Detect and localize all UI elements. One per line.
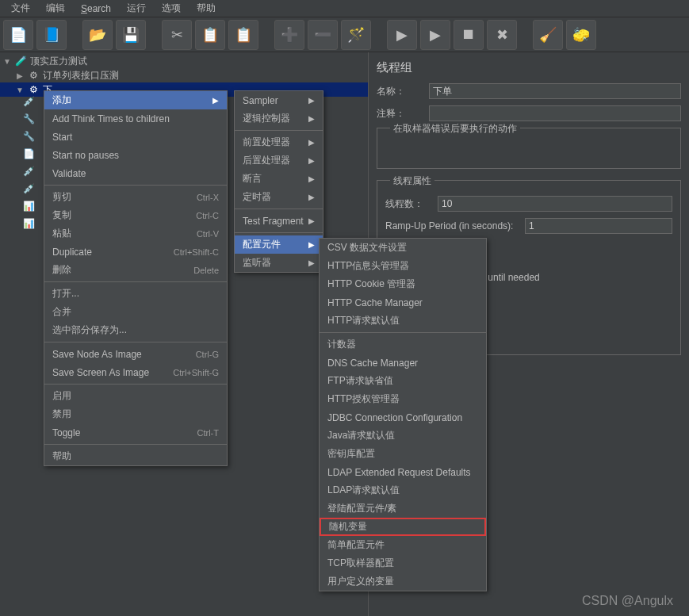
menuitem--[interactable]: 打开...	[44, 285, 227, 303]
run-remote-icon[interactable]: ▶	[420, 20, 450, 50]
save-icon[interactable]: 💾	[116, 20, 146, 50]
menuitem-save-screen-as-image[interactable]: Save Screen As ImageCtrl+Shift-G	[44, 363, 227, 381]
menuitem--[interactable]: 登陆配置元件/素	[320, 499, 486, 518]
main-area: ▼ 🧪 顶实压力测试 ▶ ⚙ 订单列表接口压测 ▼ ⚙ 下 💉 🔧 🔧 📄 💉 …	[0, 52, 689, 616]
menuitem-csv-[interactable]: CSV 数据文件设置	[320, 239, 486, 257]
menuitem-duplicate[interactable]: DuplicateCtrl+Shift-C	[44, 243, 227, 261]
menuitem-ldap-[interactable]: LDAP请求默认值	[320, 481, 486, 499]
menuitem-http-cookie-[interactable]: HTTP Cookie 管理器	[320, 275, 486, 293]
plus-icon[interactable]: ➕	[274, 20, 304, 50]
menuitem--[interactable]: 合并	[44, 303, 227, 321]
menuitem--[interactable]: 配置元件▶	[235, 235, 323, 254]
menuitem-ftp-[interactable]: FTP请求缺省值	[320, 372, 486, 390]
menuitem--[interactable]: 启用	[44, 387, 227, 405]
threads-input[interactable]	[438, 196, 672, 212]
menuitem--[interactable]: 前置处理器▶	[235, 133, 323, 151]
menuitem-http-[interactable]: HTTP请求默认值	[320, 312, 486, 330]
wand-icon[interactable]: 🪄	[341, 20, 371, 50]
menuitem-label: JDBC Connection Configuration	[327, 412, 462, 423]
clear-all-icon[interactable]: 🧽	[566, 20, 596, 50]
menuitem--[interactable]: 密钥库配置	[320, 445, 486, 463]
pipette-icon: 💉	[22, 95, 35, 108]
shortcut: Delete	[193, 266, 219, 275]
comment-input[interactable]	[429, 105, 681, 121]
chevron-right-icon: ▶	[308, 174, 315, 183]
menuitem--[interactable]: 粘贴Ctrl-V	[44, 224, 227, 243]
shutdown-icon[interactable]: ✖	[487, 20, 517, 50]
tree-thread-group-1[interactable]: ▶ ⚙ 订单列表接口压测	[0, 68, 368, 82]
menuitem-dns-cache-manager[interactable]: DNS Cache Manager	[320, 354, 486, 372]
menuitem--[interactable]: 选中部分保存为...	[44, 321, 227, 339]
menuitem-tcp-[interactable]: TCP取样器配置	[320, 554, 486, 572]
menuitem--[interactable]: 添加▶	[44, 91, 227, 109]
menuitem-ldap-extended-request-defaults[interactable]: LDAP Extended Request Defaults	[320, 463, 486, 481]
chevron-right-icon: ▶	[308, 114, 315, 123]
menuitem--[interactable]: 逻辑控制器▶	[235, 109, 323, 128]
menuitem-sampler[interactable]: Sampler▶	[235, 91, 323, 109]
threads-label: 线程数：	[385, 197, 433, 211]
menuitem--[interactable]: 剪切Ctrl-X	[44, 188, 227, 206]
menuitem-label: 监听器	[243, 256, 271, 270]
menu-文件[interactable]: 文件	[3, 0, 38, 17]
menuitem-add-think-times-to-children[interactable]: Add Think Times to children	[44, 109, 227, 128]
menuitem-label: LDAP Extended Request Defaults	[327, 467, 471, 478]
menu-帮助[interactable]: 帮助	[189, 0, 224, 17]
minus-icon[interactable]: ➖	[308, 20, 338, 50]
menu-选项[interactable]: 选项	[154, 0, 189, 17]
menuitem--[interactable]: 禁用	[44, 405, 227, 423]
menuitem-test-fragment[interactable]: Test Fragment▶	[235, 212, 323, 230]
menuitem-validate[interactable]: Validate	[44, 164, 227, 182]
menuitem--[interactable]: 简单配置元件	[320, 536, 486, 554]
template-icon[interactable]: 📘	[36, 20, 67, 50]
copy-icon[interactable]: 📋	[195, 20, 225, 50]
menuitem-http-cache-manager[interactable]: HTTP Cache Manager	[320, 293, 486, 312]
clear-icon[interactable]: 🧹	[533, 20, 563, 50]
menu-编辑[interactable]: 编辑	[38, 0, 73, 17]
menuitem-start[interactable]: Start	[44, 128, 227, 146]
menuitem-start-no-pauses[interactable]: Start no pauses	[44, 146, 227, 164]
paste-icon[interactable]: 📋	[228, 20, 258, 50]
menuitem-label: HTTP Cache Manager	[327, 297, 423, 308]
menuitem--[interactable]: 定时器▶	[235, 188, 323, 206]
menuitem-label: Start no pauses	[52, 150, 119, 161]
menuitem--[interactable]: 删除Delete	[44, 261, 227, 279]
menuitem-save-node-as-image[interactable]: Save Node As ImageCtrl-G	[44, 345, 227, 363]
cut-icon[interactable]: ✂	[162, 20, 192, 50]
menu-运行[interactable]: 运行	[119, 0, 154, 17]
menuitem--[interactable]: 监听器▶	[235, 254, 323, 272]
rampup-input[interactable]	[525, 218, 672, 234]
menuitem--[interactable]: 后置处理器▶	[235, 151, 323, 170]
menu-search[interactable]: Search	[73, 2, 119, 16]
menuitem-java-[interactable]: Java请求默认值	[320, 427, 486, 445]
menuitem-toggle[interactable]: ToggleCtrl-T	[44, 423, 227, 442]
tree-root[interactable]: ▼ 🧪 顶实压力测试	[0, 54, 368, 68]
menuitem--[interactable]: 计数器	[320, 335, 486, 354]
submenu-add[interactable]: Sampler▶逻辑控制器▶前置处理器▶后置处理器▶断言▶定时器▶Test Fr…	[234, 90, 323, 273]
wrench-icon: 🔧	[22, 113, 35, 125]
run-icon[interactable]: ▶	[387, 20, 417, 50]
chevron-right-icon: ▶	[308, 193, 315, 201]
new-icon[interactable]: 📄	[3, 20, 33, 50]
menuitem-label: 粘贴	[52, 227, 71, 240]
chart-icon: 📊	[22, 217, 35, 230]
watermark: CSDN @Angulx	[582, 594, 673, 608]
menuitem--[interactable]: 用户定义的变量	[320, 572, 486, 591]
menuitem--[interactable]: 帮助	[44, 447, 227, 465]
menuitem--[interactable]: 断言▶	[235, 170, 323, 188]
name-input[interactable]	[429, 83, 681, 99]
stop-icon[interactable]: ⏹	[454, 20, 484, 50]
menuitem-http-[interactable]: HTTP授权管理器	[320, 390, 486, 408]
menuitem-jdbc-connection-configuration[interactable]: JDBC Connection Configuration	[320, 408, 486, 427]
twisty-icon[interactable]: ▼	[3, 57, 11, 66]
menuitem-http-[interactable]: HTTP信息头管理器	[320, 257, 486, 275]
context-menu[interactable]: 添加▶Add Think Times to childrenStartStart…	[44, 90, 228, 466]
chevron-right-icon: ▶	[212, 96, 219, 105]
twisty-icon[interactable]: ▼	[16, 86, 24, 94]
twisty-icon[interactable]: ▶	[16, 71, 24, 80]
chevron-right-icon: ▶	[308, 258, 315, 267]
menuitem--[interactable]: 复制Ctrl-C	[44, 206, 227, 224]
menuitem--[interactable]: 随机变量	[320, 518, 486, 536]
submenu-config[interactable]: CSV 数据文件设置HTTP信息头管理器HTTP Cookie 管理器HTTP …	[319, 238, 487, 591]
menuitem-label: 剪切	[52, 190, 71, 204]
open-icon[interactable]: 📂	[82, 20, 113, 50]
